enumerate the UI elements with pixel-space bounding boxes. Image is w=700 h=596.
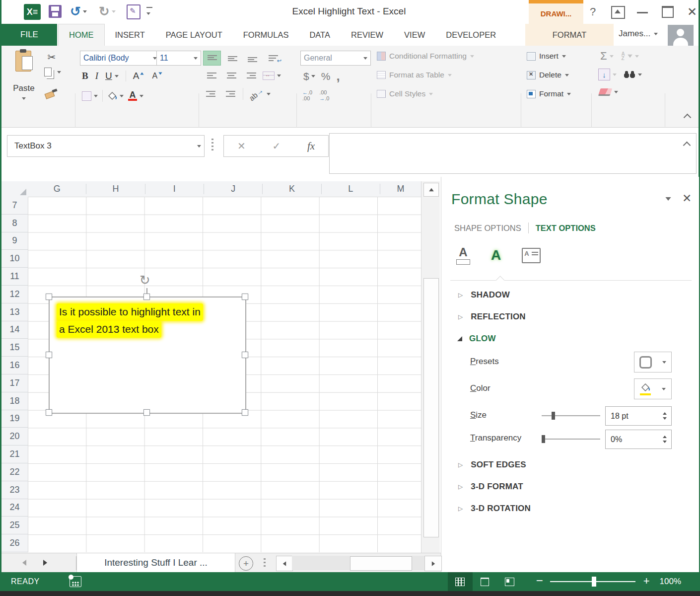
- align-center-button[interactable]: [223, 69, 240, 82]
- horizontal-scroll-thumb[interactable]: [350, 556, 412, 571]
- expand-formula-bar-icon[interactable]: [683, 142, 691, 149]
- row-header[interactable]: 21: [1, 446, 28, 463]
- fill-color-button[interactable]: [107, 91, 124, 100]
- tab-data[interactable]: DATA: [299, 24, 341, 46]
- row-header[interactable]: 8: [1, 215, 28, 232]
- tab-text-options[interactable]: TEXT OPTIONS: [536, 224, 596, 233]
- close-button[interactable]: ✕: [685, 4, 700, 20]
- tab-insert[interactable]: INSERT: [105, 24, 155, 46]
- insert-function-button[interactable]: fx: [307, 140, 315, 152]
- contextual-tab-header[interactable]: DRAWI...: [529, 3, 583, 24]
- undo-button[interactable]: ↺: [70, 4, 87, 19]
- sort-filter-button[interactable]: AZ: [622, 52, 639, 61]
- decrease-decimal-button[interactable]: .00→.0: [319, 89, 329, 101]
- tab-shape-options[interactable]: SHAPE OPTIONS: [454, 224, 521, 233]
- row-header[interactable]: 18: [1, 392, 28, 410]
- column-header[interactable]: I: [145, 184, 204, 194]
- tab-page-layout[interactable]: PAGE LAYOUT: [155, 24, 233, 46]
- row-header[interactable]: 10: [1, 250, 28, 268]
- shrink-font-button[interactable]: A: [152, 72, 163, 80]
- glow-transparency-slider-handle[interactable]: [542, 435, 545, 443]
- row-header[interactable]: 23: [1, 481, 28, 499]
- format-painter-button[interactable]: [45, 89, 58, 100]
- row-header[interactable]: 25: [1, 517, 28, 534]
- cut-button[interactable]: ✂: [43, 51, 60, 64]
- textbox-options-icon[interactable]: A: [522, 248, 541, 263]
- orientation-button[interactable]: ab→: [248, 90, 271, 98]
- delete-cells-button[interactable]: ✕ Delete: [527, 71, 569, 79]
- textbox-shape[interactable]: Is it possible to highlight text in a Ex…: [49, 297, 246, 414]
- underline-button[interactable]: U: [105, 71, 119, 81]
- pane-close-button[interactable]: ✕: [682, 192, 692, 205]
- comma-style-button[interactable]: ,: [336, 69, 340, 84]
- cancel-button[interactable]: ✕: [237, 140, 246, 152]
- italic-button[interactable]: I: [95, 71, 98, 81]
- section-shadow[interactable]: ▷ SHADOW: [458, 290, 510, 300]
- row-header[interactable]: 11: [1, 268, 28, 286]
- active-sheet-tab[interactable]: Interesting Stuff I Lear ...: [76, 553, 235, 572]
- zoom-in-button[interactable]: +: [643, 575, 650, 588]
- middle-align-button[interactable]: [224, 51, 241, 65]
- autosum-button[interactable]: Σ: [600, 50, 614, 63]
- glow-presets-button[interactable]: [634, 352, 672, 372]
- insert-cells-button[interactable]: Insert: [527, 52, 566, 61]
- clear-button[interactable]: [599, 88, 618, 96]
- prev-sheet-button[interactable]: [22, 560, 26, 566]
- resize-handle-sw[interactable]: [46, 409, 52, 416]
- size-spin-up-icon[interactable]: [663, 412, 667, 415]
- increase-indent-button[interactable]: [223, 87, 238, 100]
- tab-file[interactable]: FILE: [1, 24, 57, 46]
- new-sheet-button[interactable]: +: [239, 556, 253, 571]
- pane-options-button[interactable]: [665, 197, 671, 201]
- vertical-scroll-thumb[interactable]: [423, 278, 439, 537]
- merge-center-button[interactable]: ↔: [263, 72, 281, 80]
- macro-record-icon[interactable]: [70, 576, 81, 587]
- resize-handle-ne[interactable]: [242, 294, 248, 300]
- cell-styles-button[interactable]: Cell Styles: [377, 89, 433, 98]
- row-header[interactable]: 17: [1, 374, 28, 392]
- section-reflection[interactable]: ▷ REFLECTION: [458, 312, 526, 322]
- row-header[interactable]: 15: [1, 339, 28, 357]
- zoom-slider-track[interactable]: [550, 581, 635, 582]
- avatar[interactable]: [668, 25, 694, 46]
- section-3d-rotation[interactable]: ▷ 3-D ROTATION: [458, 504, 531, 514]
- size-spin-down-icon[interactable]: [663, 417, 667, 420]
- save-button[interactable]: [49, 5, 62, 18]
- column-header[interactable]: K: [263, 184, 321, 194]
- conditional-formatting-button[interactable]: Conditional Formatting: [377, 52, 474, 61]
- ribbon-display-options-button[interactable]: [611, 6, 625, 19]
- format-cells-button[interactable]: Format: [527, 89, 571, 98]
- format-as-table-button[interactable]: Format as Table: [377, 71, 452, 79]
- row-header[interactable]: 13: [1, 303, 28, 321]
- glow-transparency-spinner[interactable]: 0%: [605, 430, 672, 449]
- top-align-button[interactable]: [203, 51, 221, 66]
- minimize-button[interactable]: [637, 12, 648, 13]
- page-break-view-button[interactable]: [497, 572, 522, 591]
- bold-button[interactable]: B: [82, 71, 88, 81]
- normal-view-button[interactable]: [448, 572, 473, 591]
- paste-button[interactable]: Paste: [8, 50, 39, 113]
- column-header[interactable]: H: [86, 184, 145, 194]
- borders-button[interactable]: [82, 91, 98, 101]
- name-box[interactable]: TextBox 3: [7, 135, 205, 157]
- find-select-button[interactable]: [624, 71, 642, 78]
- row-header[interactable]: 9: [1, 232, 28, 250]
- glow-size-slider-handle[interactable]: [552, 412, 555, 420]
- resize-handle-w[interactable]: [46, 352, 52, 358]
- glow-transparency-slider-track[interactable]: [542, 439, 600, 440]
- transparency-spin-up-icon[interactable]: [663, 436, 667, 438]
- zoom-slider-handle[interactable]: [592, 577, 596, 587]
- select-all-corner[interactable]: [1, 181, 28, 197]
- zoom-out-button[interactable]: −: [536, 574, 543, 588]
- page-layout-view-button[interactable]: [473, 572, 497, 591]
- tab-developer[interactable]: DEVELOPER: [435, 24, 506, 46]
- row-header[interactable]: 24: [1, 499, 28, 517]
- tab-view[interactable]: VIEW: [394, 24, 435, 46]
- row-header[interactable]: 26: [1, 534, 28, 552]
- column-header[interactable]: J: [204, 184, 263, 194]
- section-glow[interactable]: GLOW: [457, 334, 496, 344]
- row-header[interactable]: 19: [1, 410, 28, 428]
- decrease-indent-button[interactable]: [203, 87, 218, 100]
- percent-style-button[interactable]: %: [321, 71, 331, 82]
- resize-handle-e[interactable]: [242, 352, 248, 358]
